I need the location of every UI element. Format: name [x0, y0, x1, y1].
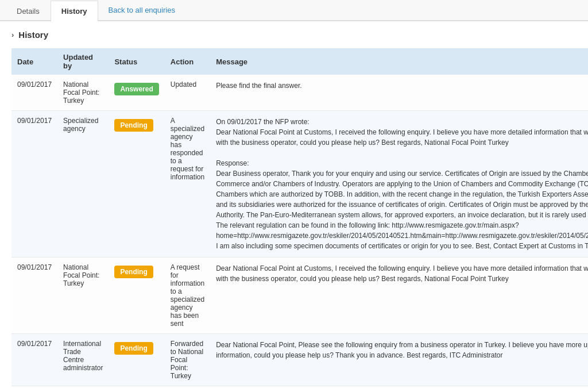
cell-message: Dear National Focal Point, Please see th… [210, 334, 588, 386]
col-action: Action [165, 48, 210, 75]
tab-history[interactable]: History [51, 1, 98, 21]
table-header-row: Date Updated by Status Action Message [11, 48, 588, 75]
cell-action: Forwarded to National Focal Point: Turke… [165, 334, 210, 386]
table-row: 09/01/2017International Trade Centre adm… [11, 334, 588, 386]
table-row: 09/01/2017National Focal Point: TurkeyAn… [11, 75, 588, 111]
cell-date: 09/01/2017 [11, 386, 57, 389]
message-text: On 09/01/2017 the NFP wrote:Dear Nationa… [216, 117, 588, 251]
cell-status: New [109, 386, 164, 389]
table-row: 09/01/2017UserNewEnquiry submittedTo Who… [11, 386, 588, 389]
cell-message: Dear National Focal Point at Customs, I … [210, 258, 588, 334]
cell-status: Pending [109, 334, 164, 386]
cell-date: 09/01/2017 [11, 75, 57, 111]
cell-action: A specialized agency has responded to a … [165, 111, 210, 258]
col-date: Date [11, 48, 57, 75]
history-table: Date Updated by Status Action Message 09… [11, 48, 588, 388]
tab-details[interactable]: Details [6, 1, 51, 21]
section-header: › History [11, 30, 577, 40]
cell-updated-by: Specialized agency [57, 111, 109, 258]
cell-updated-by: National Focal Point: Turkey [57, 258, 109, 334]
cell-updated-by: International Trade Centre administrator [57, 334, 109, 386]
cell-status: Answered [109, 75, 164, 111]
message-text: Please find the final answer. [216, 80, 588, 91]
cell-message: To Whom It May Concern, I want to export… [210, 386, 588, 389]
cell-updated-by: User [57, 386, 109, 389]
status-badge: Pending [114, 342, 153, 355]
cell-date: 09/01/2017 [11, 258, 57, 334]
message-text: Dear National Focal Point, Please see th… [216, 340, 588, 360]
cell-action: Updated [165, 75, 210, 111]
cell-message: On 09/01/2017 the NFP wrote:Dear Nationa… [210, 111, 588, 258]
chevron-icon: › [11, 30, 14, 39]
status-badge: Pending [114, 266, 153, 278]
status-badge: Answered [114, 83, 158, 95]
cell-status: Pending [109, 258, 164, 334]
cell-date: 09/01/2017 [11, 334, 57, 386]
cell-action: Enquiry submitted [165, 386, 210, 389]
cell-action: A request for information to a specializ… [165, 258, 210, 334]
table-row: 09/01/2017Specialized agencyPendingA spe… [11, 111, 588, 258]
message-text: Dear National Focal Point at Customs, I … [216, 263, 588, 284]
tab-back-link[interactable]: Back to all enquiries [98, 0, 185, 20]
main-content: › History Date Updated by Status Action … [0, 21, 588, 388]
cell-status: Pending [109, 111, 164, 258]
tabs-bar: Details History Back to all enquiries [0, 0, 588, 21]
cell-updated-by: National Focal Point: Turkey [57, 75, 109, 111]
cell-date: 09/01/2017 [11, 111, 57, 258]
status-badge: Pending [114, 119, 153, 132]
col-status: Status [109, 48, 164, 75]
col-updated-by: Updated by [57, 48, 109, 75]
cell-message: Please find the final answer. [210, 75, 588, 111]
table-row: 09/01/2017National Focal Point: TurkeyPe… [11, 258, 588, 334]
section-title: History [18, 30, 48, 40]
col-message: Message [210, 48, 588, 75]
